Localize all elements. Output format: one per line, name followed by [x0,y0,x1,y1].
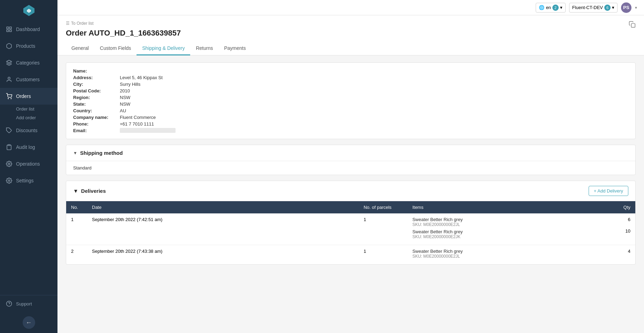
company-value: Fluent Commerce [120,115,156,120]
topbar-right: 🌐 en 2 ▾ Fluent-CT-DEV 6 ▾ PS ▾ [536,2,637,13]
breadcrumb[interactable]: ☰ To Order list [66,21,636,26]
box-icon [6,43,13,50]
tab-shipping-delivery[interactable]: Shipping & Delivery [137,42,190,55]
table-row: 1 September 20th 2022 (7:42:51 am) 1 Swe… [66,213,635,245]
shipping-method-header[interactable]: ▼ Shipping method [66,145,635,161]
sidebar-item-audit-log[interactable]: Audit log [0,139,57,156]
deliveries-card: ▼ Deliveries + Add Delivery No. Date No.… [66,181,636,265]
topbar: 🌐 en 2 ▾ Fluent-CT-DEV 6 ▾ PS ▾ [57,0,644,15]
city-value: Surry Hills [120,82,140,87]
country-value: AU [120,108,126,113]
sidebar-item-dashboard[interactable]: Dashboard [0,21,57,38]
shipping-method-card: ▼ Shipping method Standard [66,145,636,175]
delivery-parcels: 1 [359,213,408,245]
sidebar-item-label: Customers [16,77,40,82]
name-label: Name: [73,68,118,74]
address-company-row: Company name: Fluent Commerce [73,115,628,120]
item-name: Sweater Better Rich grey [412,249,606,254]
svg-rect-3 [7,27,8,29]
table-header-row: No. Date No. of parcels Items Qty [66,201,635,213]
env-name: Fluent-CT-DEV [572,5,603,10]
address-email-row: Email: [73,128,628,133]
col-items: Items [408,201,611,213]
delivery-no: 1 [66,213,87,245]
chevron-down-icon: ▾ [560,5,562,10]
breadcrumb-link[interactable]: To Order list [71,21,94,26]
deliveries-table: No. Date No. of parcels Items Qty 1 Sept… [66,201,635,264]
address-label: Address: [73,75,118,80]
address-grid: Name: Address: Level 5, 46 Kippax St Cit… [73,68,628,133]
address-state-row: State: NSW [73,101,628,107]
chevron-down-icon: ▾ [635,5,637,10]
delivery-qtys: 4 [611,245,635,265]
sidebar-item-settings[interactable]: Settings [0,172,57,189]
add-delivery-button[interactable]: + Add Delivery [589,186,628,196]
grid-icon [6,26,13,33]
arrow-left-icon: ← [26,319,32,326]
environment-selector[interactable]: Fluent-CT-DEV 6 ▾ [569,3,618,13]
tabs: General Custom Fields Shipping & Deliver… [66,42,636,55]
back-button[interactable]: ← [23,316,35,329]
tab-returns[interactable]: Returns [190,42,218,55]
col-parcels: No. of parcels [359,201,408,213]
region-label: Region: [73,95,118,100]
tab-custom-fields[interactable]: Custom Fields [94,42,137,55]
state-label: State: [73,101,118,107]
sidebar-item-orders[interactable]: Orders [0,88,57,105]
sidebar-logo [0,0,57,21]
item-qty: 6 [616,217,630,222]
list-icon: ☰ [66,21,70,26]
address-city-row: City: Surry Hills [73,82,628,87]
lang-label: en [546,5,551,10]
sidebar-item-customers[interactable]: Customers [0,71,57,88]
tab-general[interactable]: General [66,42,94,55]
sidebar-item-categories[interactable]: Categories [0,54,57,71]
page-title: Order AUTO_HD_1_1663639857 [66,29,636,38]
address-section: Name: Address: Level 5, 46 Kippax St Cit… [66,63,635,139]
delivery-qtys: 6 10 [611,213,635,245]
address-phone-row: Phone: +61 7 7010 1111 [73,121,628,127]
sidebar-item-operations[interactable]: Operations [0,156,57,172]
tag-icon [6,127,13,134]
item-name: Sweater Better Rich grey [412,229,606,234]
sidebar-item-discounts[interactable]: Discounts [0,122,57,139]
delivery-items: Sweater Better Rich grey SKU: M0E2000000… [408,245,611,265]
svg-point-9 [8,98,9,99]
delivery-parcels: 1 [359,245,408,265]
sidebar-item-products[interactable]: Products [0,38,57,54]
city-label: City: [73,82,118,87]
page-header-container: ☰ To Order list Order AUTO_HD_1_16636398… [57,15,644,55]
layers-icon [6,59,13,66]
gear-icon [6,177,13,184]
sidebar-item-support[interactable]: Support [0,295,57,312]
delivery-date: September 20th 2022 (7:42:51 am) [87,213,359,245]
region-value: NSW [120,95,130,100]
deliveries-title-text: Deliveries [81,188,106,194]
delivery-item: Sweater Better Rich grey SKU: M0E2000000… [412,249,606,259]
add-order-link[interactable]: Add order [16,113,57,122]
country-label: Country: [73,108,118,113]
postal-value: 2010 [120,88,130,93]
address-card: Name: Address: Level 5, 46 Kippax St Cit… [66,62,636,139]
sidebar-item-label: Categories [16,60,40,66]
sidebar-item-label: Settings [16,178,34,183]
table-row: 2 September 20th 2022 (7:43:38 am) 1 Swe… [66,245,635,265]
svg-point-13 [8,163,10,165]
col-no: No. [66,201,87,213]
company-label: Company name: [73,115,118,120]
avatar[interactable]: PS [621,2,631,13]
svg-point-10 [11,98,11,99]
tab-payments[interactable]: Payments [218,42,251,55]
item-qty: 4 [616,249,630,254]
address-region-row: Region: NSW [73,95,628,100]
page-header: ☰ To Order list Order AUTO_HD_1_16636398… [57,15,644,55]
clipboard-icon [6,144,13,151]
svg-point-14 [8,180,10,182]
language-selector[interactable]: 🌐 en 2 ▾ [536,3,565,13]
copy-icon[interactable] [629,21,636,30]
svg-marker-7 [7,60,12,63]
order-list-link[interactable]: Order list [16,105,57,113]
sidebar-item-label: Orders [16,93,31,99]
email-label: Email: [73,128,118,133]
item-name: Sweater Better Rich grey [412,217,606,222]
